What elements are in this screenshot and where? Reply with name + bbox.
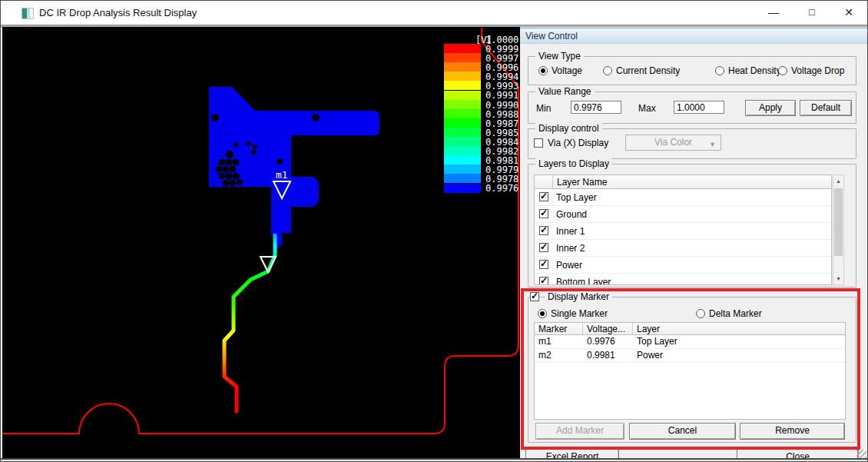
close-button[interactable]: ✕ [835, 1, 863, 24]
radio-voltage-drop[interactable] [778, 66, 787, 75]
marker-m1-label: m1 [276, 169, 288, 181]
maximize-button[interactable]: □ [798, 1, 826, 24]
legend-swatch [444, 44, 481, 53]
marker-id: m1 [538, 336, 552, 347]
min-value-input[interactable] [571, 101, 621, 114]
via-color-dropdown[interactable]: Via Color ▼ [625, 135, 721, 151]
layers-check-column [535, 175, 553, 188]
layer-checkbox[interactable] [539, 209, 548, 218]
chevron-down-icon: ▼ [709, 138, 716, 152]
layers-scrollbar[interactable]: ▲ ▼ [833, 174, 844, 285]
layer-checkbox[interactable] [539, 243, 548, 252]
apply-button[interactable]: Apply [745, 100, 796, 116]
marker-row[interactable]: m1 0.9976 Top Layer [535, 335, 845, 349]
radio-current-density-label[interactable]: Current Density [616, 65, 680, 76]
radio-heat-density-label[interactable]: Heat Density [728, 65, 781, 76]
scrollbar-thumb[interactable] [834, 188, 843, 256]
ir-drop-trace [224, 234, 275, 413]
layer-name: Ground [556, 209, 587, 220]
legend-tick: 0.9994 [485, 71, 518, 81]
window-bottom-border [1, 458, 867, 462]
view-type-legend: View Type [535, 51, 584, 61]
cancel-button[interactable]: Cancel [629, 423, 736, 440]
layers-table-header: Layer Name [535, 175, 831, 189]
minimize-button[interactable]: — [760, 1, 787, 24]
legend-swatch [444, 184, 481, 193]
legend-tick: 1.0000 [485, 35, 518, 45]
layer-name: Bottom Layer [556, 277, 611, 285]
layer-column: Layer [633, 323, 845, 334]
layer-name: Top Layer [556, 192, 597, 203]
radio-heat-density[interactable] [715, 66, 724, 75]
app-window: DC IR Drop Analysis Result Display — □ ✕ [0, 0, 868, 462]
layer-checkbox[interactable] [539, 192, 548, 201]
radio-single-marker[interactable] [538, 309, 547, 318]
legend-swatch [444, 53, 481, 62]
legend-swatch [444, 109, 481, 118]
marker-layer: Power [637, 350, 663, 361]
legend-swatch [444, 165, 481, 174]
scroll-up-icon[interactable]: ▲ [833, 175, 843, 187]
legend-swatch [444, 118, 481, 128]
marker-row[interactable]: m2 0.9981 Power [535, 349, 845, 363]
legend-swatch [444, 91, 481, 100]
legend-swatch [444, 174, 481, 183]
marker-voltage: 0.9976 [587, 336, 615, 347]
window-title: DC IR Drop Analysis Result Display [39, 7, 197, 18]
marker-id: m2 [538, 350, 552, 361]
radio-single-marker-label[interactable]: Single Marker [551, 308, 608, 319]
radio-voltage-drop-label[interactable]: Voltage Drop [791, 65, 844, 76]
legend-tick: 0.9997 [485, 53, 518, 63]
radio-delta-marker[interactable] [696, 309, 705, 318]
scroll-down-icon[interactable]: ▼ [833, 273, 843, 284]
marker-voltage: 0.9981 [587, 350, 615, 361]
marker-layer: Top Layer [637, 336, 678, 347]
marker-column: Marker [535, 323, 583, 334]
via-display-label[interactable]: Via (X) Display [548, 138, 608, 148]
pcb-view-canvas[interactable]: m1 [V] 1.0000 0.9999 0.9997 [2, 27, 520, 458]
legend-tick: 0.9976 [485, 183, 518, 193]
max-value-input[interactable] [674, 101, 724, 114]
legend-tick: 0.9979 [485, 165, 518, 174]
layers-legend: Layers to Display [535, 158, 612, 169]
layer-row[interactable]: Inner 2 [535, 240, 831, 257]
legend-swatch [444, 137, 481, 146]
pcb-drawing: m1 [2, 27, 520, 458]
via-display-checkbox[interactable] [534, 138, 543, 148]
default-button[interactable]: Default [800, 100, 852, 116]
app-icon [22, 8, 34, 19]
layers-name-column: Layer Name [553, 175, 832, 188]
layer-name: Power [556, 260, 582, 271]
layer-row[interactable]: Top Layer [535, 189, 831, 206]
layer-row[interactable]: Power [535, 257, 831, 274]
legend-swatch [444, 128, 481, 137]
radio-delta-marker-label[interactable]: Delta Marker [709, 308, 762, 319]
min-label: Min [536, 103, 551, 114]
radio-voltage[interactable] [538, 66, 548, 75]
layer-checkbox[interactable] [539, 260, 548, 269]
remove-button[interactable]: Remove [740, 423, 845, 440]
layer-row[interactable]: Ground [535, 206, 831, 223]
layer-name: Inner 1 [556, 226, 585, 237]
display-marker-checkbox[interactable] [530, 292, 539, 301]
marker-table[interactable]: Marker Voltage... Layer m1 0.9976 Top La… [534, 322, 846, 420]
close-dialog-button[interactable]: Close [737, 449, 859, 458]
legend-swatch [444, 71, 481, 81]
display-marker-label[interactable]: Display Marker [545, 291, 612, 302]
legend-tick: 0.9991 [485, 90, 518, 100]
layer-row[interactable]: Inner 1 [535, 223, 831, 240]
excel-report-button[interactable]: Excel Report [525, 449, 619, 458]
title-bar[interactable]: DC IR Drop Analysis Result Display — □ ✕ [1, 1, 867, 25]
radio-current-density[interactable] [603, 66, 612, 75]
add-marker-button[interactable]: Add Marker [535, 423, 624, 440]
board-outline [2, 28, 518, 434]
layers-table[interactable]: Layer Name Top Layer Ground Inner 1 Inne… [534, 174, 832, 285]
color-legend: [V] 1.0000 0.9999 0.9997 0.9996 0.9994 0… [444, 44, 520, 228]
display-control-legend: Display control [535, 123, 602, 134]
resize-grip[interactable] [856, 450, 866, 458]
layer-checkbox[interactable] [539, 277, 548, 285]
radio-voltage-label[interactable]: Voltage [552, 65, 582, 76]
via-color-value: Via Color [654, 137, 692, 148]
layer-checkbox[interactable] [539, 226, 548, 235]
layer-row[interactable]: Bottom Layer [535, 274, 831, 285]
